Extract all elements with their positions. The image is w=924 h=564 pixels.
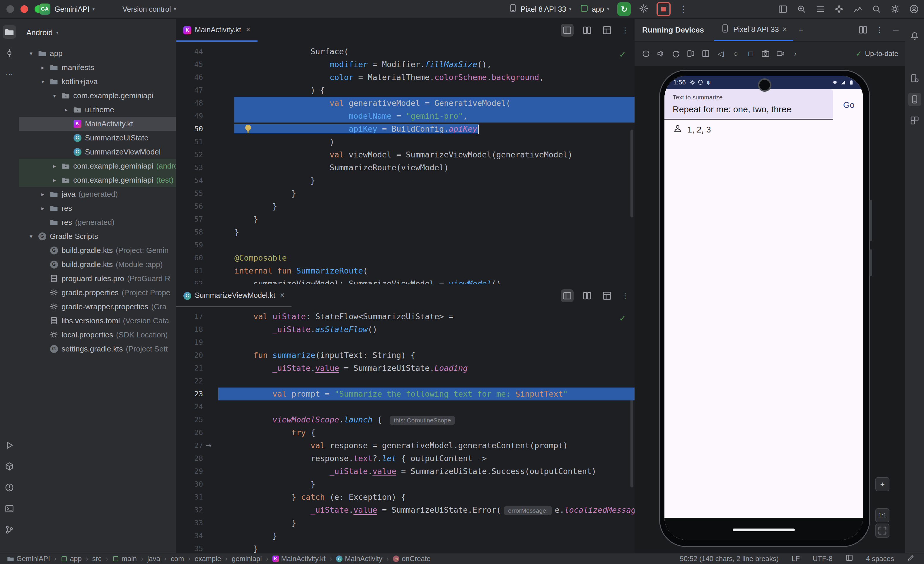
code-line-55[interactable]: 55 } <box>176 187 634 200</box>
chevron-right-icon[interactable]: ▸ <box>49 163 60 170</box>
breadcrumb-item[interactable]: CMainActivity <box>336 555 382 563</box>
intention-bulb-icon[interactable] <box>243 124 253 134</box>
tab-summarizeviewmodel[interactable]: C SummarizeViewModel.kt × <box>176 284 291 307</box>
go-button[interactable]: Go <box>843 100 855 110</box>
code-line-22[interactable]: 22 <box>176 374 634 388</box>
breadcrumb-item[interactable]: app <box>61 555 82 563</box>
code-line-34[interactable]: 34 } <box>176 529 634 542</box>
breadcrumb-item[interactable]: src <box>92 555 102 563</box>
code-line-50[interactable]: 50 apiKey = BuildConfig.apiKey <box>176 123 634 135</box>
tree-item[interactable]: ▸java(generated) <box>19 187 176 201</box>
editor-mainactivity[interactable]: ✓ 44 Surface(45 modifier = Modifier.fill… <box>176 42 634 284</box>
chevron-right-icon[interactable]: ▸ <box>49 177 60 183</box>
project-view-selector[interactable]: Android ▾ <box>19 19 176 46</box>
tool-strip-branch[interactable] <box>3 523 16 537</box>
code-line-35[interactable]: 35 } <box>176 542 634 553</box>
code-line-54[interactable]: 54 } <box>176 174 634 187</box>
code-line-24[interactable]: 24 <box>176 400 634 413</box>
code-line-48[interactable]: 48 val generativeModel = GenerativeModel… <box>176 97 634 110</box>
tool-strip-device-manager[interactable] <box>908 72 921 85</box>
code-line-58[interactable]: 58} <box>176 226 634 239</box>
layout-icon[interactable] <box>846 554 853 562</box>
fold-out-icon[interactable] <box>701 49 710 58</box>
tool-strip-problems[interactable] <box>3 481 16 494</box>
chevron-icon[interactable]: › <box>791 49 800 58</box>
breadcrumb-item[interactable]: java <box>147 555 160 563</box>
code-line-61[interactable]: 61internal fun SummarizeRoute( <box>176 265 634 277</box>
split-view-button[interactable] <box>580 289 594 302</box>
stop-button[interactable] <box>657 2 670 16</box>
code-line-47[interactable]: 47 ) { <box>176 84 634 97</box>
tree-item[interactable]: res(generated) <box>19 215 176 229</box>
video-icon[interactable] <box>776 49 785 58</box>
indent-setting[interactable]: 4 spaces <box>866 555 894 563</box>
breadcrumb-item[interactable]: monCreate <box>393 555 430 563</box>
vcs-selector[interactable]: Version control ▾ <box>123 0 176 18</box>
code-line-19[interactable]: 19 <box>176 336 634 349</box>
breadcrumb-item[interactable]: geminiapi <box>232 555 262 563</box>
tree-item[interactable]: ▸manifests <box>19 60 176 74</box>
tree-item[interactable]: gradle.properties(Project Prope <box>19 286 176 299</box>
code-line-30[interactable]: 30 } <box>176 478 634 491</box>
device-selector[interactable]: Pixel 8 API 33 ▾ <box>508 0 571 18</box>
code-line-44[interactable]: 44 Surface( <box>176 45 634 58</box>
code-line-45[interactable]: 45 modifier = Modifier.fillMaxSize(), <box>176 58 634 71</box>
ai-icon[interactable] <box>834 5 844 14</box>
code-line-33[interactable]: 33 } <box>176 516 634 529</box>
tool-strip-more[interactable]: ⋯ <box>3 68 16 81</box>
close-icon[interactable]: × <box>280 291 285 300</box>
code-line-53[interactable]: 53 SummarizeRoute(viewModel) <box>176 161 634 174</box>
code-line-31[interactable]: 31 } catch (e: Exception) { <box>176 491 634 504</box>
emulator-screen[interactable]: 1:56 ψ Text to summarize Repeat for me: … <box>664 76 863 540</box>
project-selector[interactable]: GeminiAPI ▾ <box>54 0 94 18</box>
tool-strip-bell[interactable] <box>908 29 921 43</box>
code-line-59[interactable]: 59 <box>176 239 634 251</box>
file-encoding[interactable]: UTF-8 <box>813 555 832 563</box>
tool-strip-commit[interactable] <box>3 46 16 60</box>
more-actions-button[interactable]: ⋮ <box>679 5 688 14</box>
tree-item[interactable]: ▾app <box>19 46 176 60</box>
tool-strip-running-devices[interactable] <box>908 93 921 106</box>
zoom-fit-button[interactable] <box>875 523 890 538</box>
code-line-20[interactable]: 20 fun summarize(inputText: String) { <box>176 349 634 362</box>
home-icon[interactable]: ○ <box>731 49 740 58</box>
code-line-52[interactable]: 52 val viewModel = SummarizeViewModel(ge… <box>176 148 634 161</box>
code-line-56[interactable]: 56 } <box>176 200 634 213</box>
tree-item[interactable]: KMainActivity.kt <box>19 117 176 131</box>
tree-item[interactable]: ▸res <box>19 201 176 215</box>
minimize-icon[interactable]: ─ <box>891 25 901 35</box>
code-line-25[interactable]: 25 viewModelScope.launch { this: Corouti… <box>176 413 634 426</box>
tree-item[interactable]: CSummarizeUiState <box>19 131 176 145</box>
layout-view-button[interactable] <box>561 24 574 37</box>
tree-item[interactable]: Gsettings.gradle.kts(Project Sett <box>19 342 176 356</box>
code-line-51[interactable]: 51 ) <box>176 135 634 148</box>
breadcrumb-item[interactable]: main <box>112 555 137 563</box>
tree-item[interactable]: ▸com.example.geminiapi(test) <box>19 173 176 187</box>
editor-more-icon[interactable]: ⋮ <box>621 26 630 35</box>
menu-icon[interactable] <box>816 5 825 14</box>
tree-item[interactable]: local.properties(SDK Location) <box>19 328 176 342</box>
code-line-21[interactable]: 21 _uiState.value = SummarizeUiState.Loa… <box>176 362 634 374</box>
code-line-57[interactable]: 57 } <box>176 213 634 226</box>
summarize-input-field[interactable]: Text to summarize Repeat for me: one, tw… <box>664 89 833 120</box>
tree-item[interactable]: ▾com.example.geminiapi <box>19 89 176 102</box>
layout-view-button[interactable] <box>561 289 574 302</box>
tree-item[interactable]: CSummarizeViewModel <box>19 145 176 159</box>
pen-icon[interactable] <box>907 554 915 562</box>
tree-item[interactable]: ▸ui.theme <box>19 102 176 117</box>
caret-position[interactable]: 50:52 (140 chars, 2 line breaks) <box>680 555 779 563</box>
tree-item[interactable]: Gbuild.gradle.kts(Module :app) <box>19 257 176 271</box>
chevron-right-icon[interactable]: ▸ <box>37 205 49 212</box>
code-line-28[interactable]: 28 response.text?.let { outputContent -> <box>176 452 634 465</box>
code-line-18[interactable]: 18 _uiState.asStateFlow() <box>176 323 634 336</box>
editor-summarizeviewmodel[interactable]: ✓ 17 val uiState: StateFlow<SummarizeUiS… <box>176 307 634 553</box>
tree-item[interactable]: ▾GGradle Scripts <box>19 229 176 243</box>
split-icon[interactable] <box>858 25 868 35</box>
tool-strip-build[interactable] <box>3 460 16 473</box>
code-line-27[interactable]: 27→ val response = generativeModel.gener… <box>176 439 634 452</box>
chevron-down-icon[interactable]: ▾ <box>37 78 49 85</box>
code-line-46[interactable]: 46 color = MaterialTheme.colorScheme.bac… <box>176 71 634 84</box>
code-line-62[interactable]: 62 summarizeViewModel: SummarizeViewMode… <box>176 277 634 284</box>
fold-icon[interactable] <box>686 49 695 58</box>
chevron-down-icon[interactable]: ▾ <box>49 92 60 99</box>
